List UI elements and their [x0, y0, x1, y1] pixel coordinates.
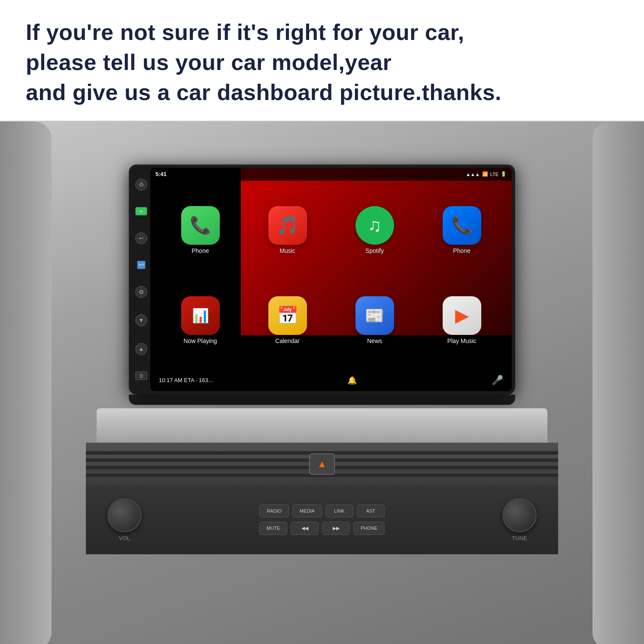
header-text: If you're not sure if it's right for you… [26, 17, 618, 108]
rewind-button[interactable]: ◀◀ [291, 522, 319, 535]
layout-button[interactable]: ☰ [135, 371, 147, 380]
calendar-emoji: 📅 [277, 305, 298, 325]
mute-button[interactable]: MUTE [259, 522, 287, 535]
eta-text: 10:17 AM ETA · 163... [159, 377, 213, 383]
header-line1: If you're not sure if it's right for you… [26, 20, 464, 45]
maps-mini-icon: M [135, 207, 147, 216]
volume-down-button[interactable]: ▼ [135, 314, 147, 326]
wifi-icon: 📶 [482, 171, 488, 177]
phone2-emoji: 📞 [451, 215, 473, 235]
app-news[interactable]: 📰 News [333, 277, 416, 363]
bottom-nav: 10:17 AM ETA · 163... 🔔 🎤 [150, 370, 512, 391]
back-button[interactable]: ↩ [135, 232, 147, 244]
nav-eta: 10:17 AM ETA · 163... [159, 377, 213, 383]
news-emoji: 📰 [365, 307, 384, 325]
battery-icon: 🔋 [501, 171, 507, 177]
nowplaying-icon: 📊 [181, 296, 220, 335]
app-phone[interactable]: 📞 Phone [159, 187, 242, 273]
fastforward-button[interactable]: ▶▶ [322, 522, 350, 535]
bell-icon: 🔔 [347, 376, 357, 385]
phone-icon: 📞 [181, 206, 220, 245]
ast-button[interactable]: AST [357, 504, 385, 517]
hazard-button[interactable]: ▲ [309, 453, 335, 475]
header-section: If you're not sure if it's right for you… [0, 0, 644, 122]
music-emoji: 🎵 [276, 215, 299, 236]
tune-label: TUNE [512, 535, 527, 541]
phone-label: Phone [191, 247, 209, 254]
app-grid: 📞 Phone 🎵 Music ♫ [150, 181, 512, 370]
playmusic-icon: ▶ [443, 296, 481, 335]
mic-icon: 🎤 [492, 375, 503, 386]
left-interior-panel [0, 122, 52, 644]
header-line2: please tell us your car model,year [26, 50, 392, 75]
unit-bottom-trim [129, 395, 515, 405]
phone2-label: Phone [453, 247, 470, 254]
app-calendar[interactable]: 📅 Calendar [246, 277, 329, 363]
playmusic-label: Play Music [447, 337, 477, 344]
nav-mic[interactable]: 🎤 [492, 375, 503, 386]
playmusic-emoji: ▶ [455, 305, 469, 326]
app-spotify[interactable]: ♫ Spotify [333, 187, 416, 273]
news-label: News [367, 337, 382, 344]
nowplaying-label: Now Playing [184, 337, 217, 344]
link-button[interactable]: LINK [325, 504, 353, 517]
tune-knob[interactable] [502, 498, 537, 532]
calendar-label: Calendar [275, 337, 300, 344]
vol-label: VOL [119, 535, 130, 541]
music-icon: 🎵 [268, 206, 307, 245]
button-row-2: MUTE ◀◀ ▶▶ PHONE [155, 522, 489, 535]
phone-button[interactable]: PHONE [353, 522, 385, 535]
app-nowplaying[interactable]: 📊 Now Playing [159, 277, 242, 363]
nav-bell[interactable]: 🔔 [347, 376, 357, 385]
vol-knob[interactable] [107, 498, 142, 532]
power-button[interactable]: ⏻ [135, 179, 147, 191]
app-phone2[interactable]: 📞 Phone [420, 187, 503, 273]
status-bar: 5:41 ▲▲▲ 📶 LTE 🔋 [150, 168, 512, 181]
button-row-1: RADIO MEDIA LINK AST [155, 504, 489, 517]
media-button[interactable]: MEDIA [292, 504, 322, 517]
silver-trim-frame [97, 408, 547, 443]
right-interior-panel [592, 122, 644, 644]
signal-icon: ▲▲▲ [466, 172, 480, 177]
unit-left-buttons: ⏻ M ↩ NPR ⚙ ▼ ▲ ☰ [132, 168, 150, 391]
news-icon: 📰 [355, 296, 394, 335]
car-section: ⏻ M ↩ NPR ⚙ ▼ ▲ ☰ 5:41 ▲▲▲ 📶 [0, 122, 644, 644]
app-playmusic[interactable]: ▶ Play Music [420, 277, 503, 363]
car-screen[interactable]: 5:41 ▲▲▲ 📶 LTE 🔋 📞 Phone [150, 168, 512, 391]
header-line3: and give us a car dashboard picture.than… [26, 80, 501, 105]
app-music[interactable]: 🎵 Music [246, 187, 329, 273]
nowplaying-emoji: 📊 [192, 307, 209, 324]
dashboard-container: ⏻ M ↩ NPR ⚙ ▼ ▲ ☰ 5:41 ▲▲▲ 📶 [86, 164, 558, 572]
phone2-icon: 📞 [443, 206, 481, 245]
music-label: Music [279, 247, 295, 254]
spotify-label: Spotify [365, 247, 384, 254]
status-time: 5:41 [155, 171, 167, 177]
settings-button[interactable]: ⚙ [135, 286, 147, 298]
phone-emoji: 📞 [190, 215, 211, 235]
calendar-icon: 📅 [268, 296, 307, 335]
control-panel: VOL RADIO MEDIA LINK AST MUTE ◀◀ ▶▶ PHON… [86, 486, 558, 554]
vent-area: ▲ [86, 443, 558, 486]
button-rows: RADIO MEDIA LINK AST MUTE ◀◀ ▶▶ PHONE [155, 504, 489, 535]
spotify-icon: ♫ [355, 206, 394, 245]
spotify-emoji: ♫ [368, 215, 382, 236]
volume-up-button[interactable]: ▲ [135, 343, 147, 355]
radio-button[interactable]: RADIO [259, 504, 289, 517]
head-unit: ⏻ M ↩ NPR ⚙ ▼ ▲ ☰ 5:41 ▲▲▲ 📶 [129, 164, 515, 395]
npr-icon: NPR [137, 261, 146, 269]
status-icons: ▲▲▲ 📶 LTE 🔋 [466, 171, 507, 177]
lte-badge: LTE [490, 172, 498, 177]
